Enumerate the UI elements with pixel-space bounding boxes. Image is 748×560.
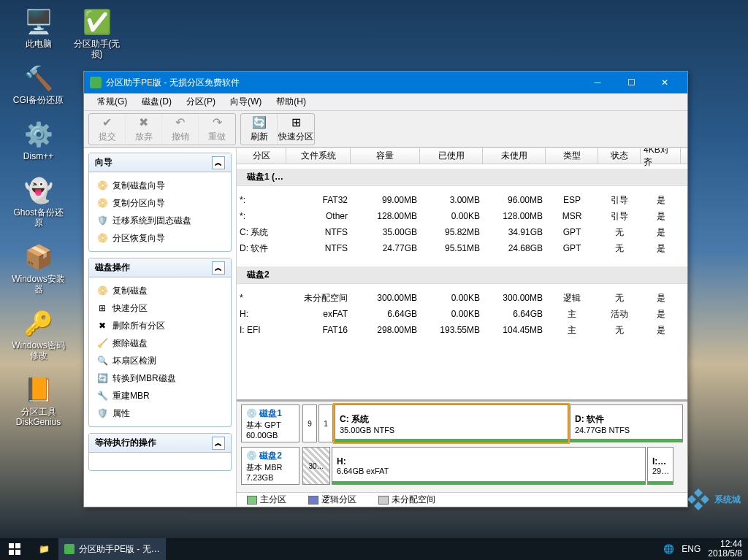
partition-row[interactable]: H:exFAT6.64GB0.00KB6.64GB主活动是 bbox=[237, 306, 687, 322]
disk-header[interactable]: 磁盘2 bbox=[237, 266, 687, 284]
partition-row[interactable]: D: 软件NTFS24.77GB95.51MB24.68GBGPT无是 bbox=[237, 240, 687, 256]
toolbar-快速分区[interactable]: ⊞快速分区 bbox=[278, 114, 314, 145]
partition-row[interactable]: *:FAT3299.00MB3.00MB96.00MBESP引导是 bbox=[237, 192, 687, 208]
cell: GPT bbox=[546, 243, 598, 253]
system-tray[interactable]: 🌐 ENG 12:442018/5/8 bbox=[657, 540, 748, 559]
partition-row[interactable]: C: 系统NTFS35.00GB95.82MB34.91GBGPT无是 bbox=[237, 224, 687, 240]
panel-header[interactable]: 磁盘操作︽ bbox=[89, 258, 231, 277]
sidebar-item[interactable]: 🛡️属性 bbox=[92, 404, 228, 422]
column-header[interactable]: 未使用 bbox=[483, 148, 546, 164]
toolbar-刷新[interactable]: 🔄刷新 bbox=[241, 114, 278, 145]
diskmap-partition[interactable]: C: 系统35.00GB NTFS bbox=[335, 404, 568, 442]
partition-table: 磁盘1 (…*:FAT3299.00MB3.00MB96.00MBESP引导是*… bbox=[237, 164, 687, 399]
item-icon: 🧹 bbox=[96, 337, 108, 349]
diskmap-partition[interactable]: D: 软件24.77GB NTFS bbox=[570, 404, 683, 442]
desktop-icon-label: 分区工具DiskGenius bbox=[11, 407, 66, 427]
menu-item[interactable]: 分区(P) bbox=[179, 96, 223, 108]
toolbar-label: 快速分区 bbox=[278, 131, 313, 143]
sidebar-item[interactable]: 📀复制磁盘向导 bbox=[92, 177, 228, 194]
panel-header[interactable]: 等待执行的操作︽ bbox=[89, 434, 231, 453]
toolbar-提交: ✔提交 bbox=[89, 114, 126, 145]
start-button[interactable] bbox=[0, 538, 29, 560]
table-header: 分区文件系统容量已使用未使用类型状态4KB对齐 bbox=[237, 148, 687, 164]
collapse-icon[interactable]: ︽ bbox=[212, 261, 225, 275]
panel-header[interactable]: 向导︽ bbox=[89, 153, 231, 172]
toolbar-icon: ⊞ bbox=[289, 115, 303, 129]
item-icon: 🔧 bbox=[96, 390, 108, 402]
diskmap-partition[interactable]: H:6.64GB exFAT bbox=[332, 447, 646, 485]
cell: H: bbox=[237, 309, 286, 319]
desktop-icon-label: Windows安装器 bbox=[11, 274, 66, 294]
diskmap-disk[interactable]: 💿 磁盘1基本 GPT60.00GB bbox=[241, 404, 299, 442]
item-icon: 🛡️ bbox=[96, 215, 108, 226]
desktop-icon[interactable]: 🔨CGI备份还原 bbox=[11, 64, 66, 105]
item-label: 删除所有分区 bbox=[112, 320, 165, 332]
diskmap-partition[interactable]: 30… bbox=[302, 447, 330, 485]
sidebar-item[interactable]: 🔧重建MBR bbox=[92, 387, 228, 404]
diskmap-partition[interactable]: I:…29… bbox=[647, 447, 673, 485]
sidebar-item[interactable]: 📀复制分区向导 bbox=[92, 194, 228, 212]
partition-row[interactable]: *:Other128.00MB0.00KB128.00MBMSR引导是 bbox=[237, 208, 687, 224]
app-icon: ✅ bbox=[83, 7, 112, 37]
sidebar-item[interactable]: 📀复制磁盘 bbox=[92, 282, 228, 299]
menu-item[interactable]: 磁盘(D) bbox=[134, 96, 179, 108]
cell: 300.00MB bbox=[351, 293, 420, 303]
titlebar[interactable]: 分区助手PE版 - 无损分区免费软件 ─ ☐ ✕ bbox=[84, 72, 687, 93]
sidebar-item[interactable]: ⊞快速分区 bbox=[92, 299, 228, 317]
item-icon: 📀 bbox=[96, 232, 108, 244]
sidebar-item[interactable]: 🔍坏扇区检测 bbox=[92, 352, 228, 369]
menu-item[interactable]: 常规(G) bbox=[90, 96, 134, 108]
partition-row[interactable]: I: EFIFAT16298.00MB193.55MB104.45MB主无是 bbox=[237, 322, 687, 338]
sidebar-item[interactable]: 🧹擦除磁盘 bbox=[92, 334, 228, 352]
column-header[interactable]: 容量 bbox=[351, 148, 420, 164]
desktop-icon[interactable]: 📦Windows安装器 bbox=[11, 242, 66, 294]
sidebar-item[interactable]: 📀分区恢复向导 bbox=[92, 229, 228, 247]
network-icon[interactable]: 🌐 bbox=[663, 544, 674, 554]
menu-item[interactable]: 帮助(H) bbox=[269, 96, 313, 108]
column-header[interactable]: 分区 bbox=[237, 148, 286, 164]
diskmap-partition[interactable]: 9 bbox=[302, 404, 317, 442]
desktop-icon[interactable]: 🖥️此电脑 bbox=[11, 7, 66, 49]
item-icon: 📀 bbox=[96, 197, 108, 209]
toolbar: ✔提交✖放弃↶撤销↷重做🔄刷新⊞快速分区 bbox=[84, 111, 687, 147]
maximize-button[interactable]: ☐ bbox=[614, 72, 648, 93]
item-icon: 📀 bbox=[96, 285, 108, 296]
app-icon bbox=[90, 77, 102, 88]
column-header[interactable]: 状态 bbox=[598, 148, 641, 164]
desktop-icon[interactable]: 🔑Windows密码修改 bbox=[11, 309, 66, 361]
taskbar: 📁 分区助手PE版 - 无… 🌐 ENG 12:442018/5/8 bbox=[0, 538, 748, 560]
close-button[interactable]: ✕ bbox=[648, 72, 682, 93]
toolbar-label: 提交 bbox=[99, 131, 116, 143]
legend-swatch bbox=[308, 496, 318, 505]
sidebar-item[interactable]: ✖删除所有分区 bbox=[92, 317, 228, 334]
taskbar-explorer[interactable]: 📁 bbox=[29, 538, 58, 560]
cell: 逻辑 bbox=[546, 292, 598, 304]
desktop-icon[interactable]: 👻Ghost备份还原 bbox=[11, 176, 66, 228]
sidebar-item[interactable]: 🛡️迁移系统到固态磁盘 bbox=[92, 212, 228, 229]
menu-item[interactable]: 向导(W) bbox=[223, 96, 269, 108]
diskmap-disk[interactable]: 💿 磁盘2基本 MBR7.23GB bbox=[241, 447, 299, 485]
taskbar-app[interactable]: 分区助手PE版 - 无… bbox=[58, 538, 166, 560]
cell: 3.00MB bbox=[420, 195, 483, 205]
language-indicator[interactable]: ENG bbox=[682, 544, 701, 554]
column-header[interactable]: 已使用 bbox=[420, 148, 483, 164]
desktop-icon[interactable]: ✅分区助手(无损) bbox=[69, 7, 124, 59]
toolbar-撤销: ↶撤销 bbox=[162, 114, 199, 145]
minimize-button[interactable]: ─ bbox=[581, 72, 614, 93]
column-header[interactable]: 文件系统 bbox=[286, 148, 351, 164]
cell: 24.77GB bbox=[351, 243, 420, 253]
collapse-icon[interactable]: ︽ bbox=[212, 437, 225, 450]
cell: GPT bbox=[546, 227, 598, 237]
cell: 95.82MB bbox=[420, 227, 483, 237]
diskmap-partition[interactable]: 1 bbox=[318, 404, 333, 442]
desktop-icon[interactable]: ⚙️Dism++ bbox=[11, 120, 66, 161]
collapse-icon[interactable]: ︽ bbox=[212, 156, 225, 169]
column-header[interactable]: 类型 bbox=[546, 148, 598, 164]
desktop-icon[interactable]: 📙分区工具DiskGenius bbox=[11, 375, 66, 427]
app-icon: 📦 bbox=[24, 242, 53, 272]
column-header[interactable]: 4KB对齐 bbox=[641, 148, 681, 164]
disk-header[interactable]: 磁盘1 (… bbox=[237, 169, 687, 186]
cell: FAT16 bbox=[286, 325, 351, 335]
partition-row[interactable]: *未分配空间300.00MB0.00KB300.00MB逻辑无是 bbox=[237, 290, 687, 306]
sidebar-item[interactable]: 🔄转换到MBR磁盘 bbox=[92, 369, 228, 387]
